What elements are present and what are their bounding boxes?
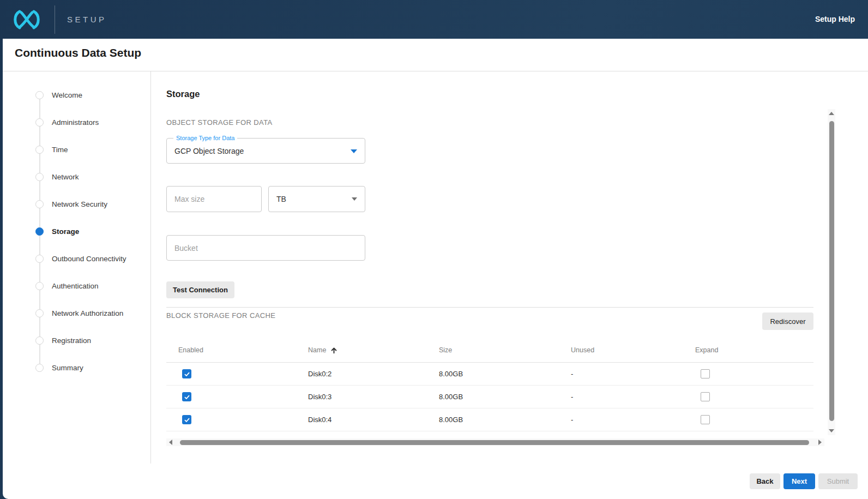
test-connection-button[interactable]: Test Connection <box>166 281 234 298</box>
block-storage-section-title: BLOCK STORAGE FOR CACHE <box>166 311 275 320</box>
sidebar-step-administrators[interactable]: Administrators <box>35 109 147 136</box>
expand-checkbox[interactable] <box>701 415 710 424</box>
sidebar-step-summary[interactable]: Summary <box>35 354 147 381</box>
stepper: WelcomeAdministratorsTimeNetworkNetwork … <box>35 81 147 381</box>
disk-table: EnabledNameSizeUnusedExpand Disk0:28.00G… <box>166 338 813 431</box>
setup-help-link[interactable]: Setup Help <box>815 15 855 23</box>
scroll-down-arrow-icon[interactable] <box>829 429 834 432</box>
disk-unused: - <box>571 416 695 424</box>
disk-name: Disk0:3 <box>308 393 439 401</box>
check-icon <box>184 417 190 423</box>
sidebar-divider <box>150 71 151 464</box>
sort-ascending-icon <box>330 347 337 354</box>
brand-divider <box>55 5 55 34</box>
check-icon <box>184 371 190 377</box>
step-label: Outbound Connectivity <box>52 255 126 263</box>
step-label: Welcome <box>52 91 82 99</box>
sidebar-step-network-authorization[interactable]: Network Authorization <box>35 299 147 327</box>
chevron-down-icon <box>351 149 357 153</box>
column-header-size: Size <box>439 346 571 354</box>
storage-type-label: Storage Type for Data <box>173 134 237 142</box>
brand: SETUP <box>0 0 107 39</box>
disk-row-disk0:4: Disk0:48.00GB- <box>166 408 813 431</box>
step-dot-icon <box>35 173 44 181</box>
sidebar-step-network[interactable]: Network <box>35 163 147 190</box>
title-divider <box>3 71 868 71</box>
disk-table-body: Disk0:28.00GB-Disk0:38.00GB-Disk0:48.00G… <box>166 363 813 431</box>
column-label: Unused <box>571 346 594 354</box>
step-label: Network Security <box>52 200 107 208</box>
sidebar-step-outbound-connectivity[interactable]: Outbound Connectivity <box>35 245 147 272</box>
step-label: Summary <box>52 364 83 372</box>
enabled-checkbox[interactable] <box>182 392 191 401</box>
step-dot-icon <box>35 255 44 263</box>
enabled-checkbox[interactable] <box>182 415 191 424</box>
sidebar-step-authentication[interactable]: Authentication <box>35 272 147 299</box>
active-step-dot-icon <box>35 227 44 236</box>
product-name: SETUP <box>67 15 107 24</box>
vertical-scrollbar-thumb[interactable] <box>829 121 834 421</box>
app-header: SETUP Setup Help <box>0 0 868 39</box>
step-dot-icon <box>35 118 44 127</box>
chevron-down-icon <box>352 197 357 201</box>
step-dot-icon <box>35 336 44 345</box>
column-label: Name <box>308 346 326 354</box>
sidebar-step-network-security[interactable]: Network Security <box>35 190 147 218</box>
expand-checkbox[interactable] <box>701 392 710 401</box>
next-button[interactable]: Next <box>783 473 815 489</box>
sidebar-step-registration[interactable]: Registration <box>35 327 147 354</box>
disk-size: 8.00GB <box>439 370 571 378</box>
disk-size: 8.00GB <box>439 393 571 401</box>
column-header-expand: Expand <box>695 346 813 354</box>
horizontal-scrollbar-thumb[interactable] <box>180 440 809 445</box>
step-label: Authentication <box>52 282 99 290</box>
disk-unused: - <box>571 393 695 401</box>
sidebar-step-welcome[interactable]: Welcome <box>35 81 147 109</box>
step-label: Time <box>52 146 68 154</box>
column-label: Size <box>439 346 452 354</box>
unit-value: TB <box>276 195 286 203</box>
column-label: Enabled <box>178 346 203 354</box>
step-dot-icon <box>35 91 44 99</box>
column-header-enabled: Enabled <box>178 346 308 354</box>
column-label: Expand <box>695 346 718 354</box>
disk-table-header: EnabledNameSizeUnusedExpand <box>166 338 813 363</box>
page-title: Continuous Data Setup <box>15 46 141 59</box>
sidebar-step-storage[interactable]: Storage <box>35 218 147 245</box>
step-label: Administrators <box>52 118 99 127</box>
step-dot-icon <box>35 200 44 208</box>
sidebar-step-time[interactable]: Time <box>35 136 147 163</box>
enabled-checkbox[interactable] <box>182 369 191 378</box>
vertical-scrollbar[interactable] <box>828 109 835 435</box>
step-label: Storage <box>52 227 79 236</box>
bucket-input[interactable] <box>166 235 365 261</box>
unit-select[interactable]: TB <box>268 186 365 212</box>
step-dot-icon <box>35 146 44 154</box>
max-size-input[interactable] <box>166 186 262 212</box>
object-storage-section-title: OBJECT STORAGE FOR DATA <box>166 118 273 127</box>
disk-row-disk0:3: Disk0:38.00GB- <box>166 386 813 408</box>
step-dot-icon <box>35 364 44 372</box>
scroll-right-arrow-icon[interactable] <box>818 440 822 445</box>
column-header-unused: Unused <box>571 346 695 354</box>
rediscover-button[interactable]: Rediscover <box>762 312 813 330</box>
section-divider <box>166 307 813 308</box>
check-icon <box>184 394 190 400</box>
horizontal-scrollbar[interactable] <box>166 438 824 446</box>
disk-row-disk0:2: Disk0:28.00GB- <box>166 363 813 386</box>
step-label: Registration <box>52 336 91 345</box>
storage-type-select[interactable]: Storage Type for Data GCP Object Storage <box>166 138 365 164</box>
content-card: Continuous Data Setup WelcomeAdministrat… <box>3 39 868 499</box>
disk-name: Disk0:4 <box>308 416 439 424</box>
disk-unused: - <box>571 370 695 378</box>
column-header-name[interactable]: Name <box>308 346 439 354</box>
section-heading: Storage <box>166 89 200 99</box>
step-dot-icon <box>35 282 44 290</box>
step-dot-icon <box>35 309 44 317</box>
submit-button[interactable]: Submit <box>818 473 858 489</box>
back-button[interactable]: Back <box>750 473 780 489</box>
step-label: Network <box>52 173 79 181</box>
expand-checkbox[interactable] <box>701 369 710 378</box>
scroll-up-arrow-icon[interactable] <box>829 112 834 115</box>
scroll-left-arrow-icon[interactable] <box>169 440 172 445</box>
